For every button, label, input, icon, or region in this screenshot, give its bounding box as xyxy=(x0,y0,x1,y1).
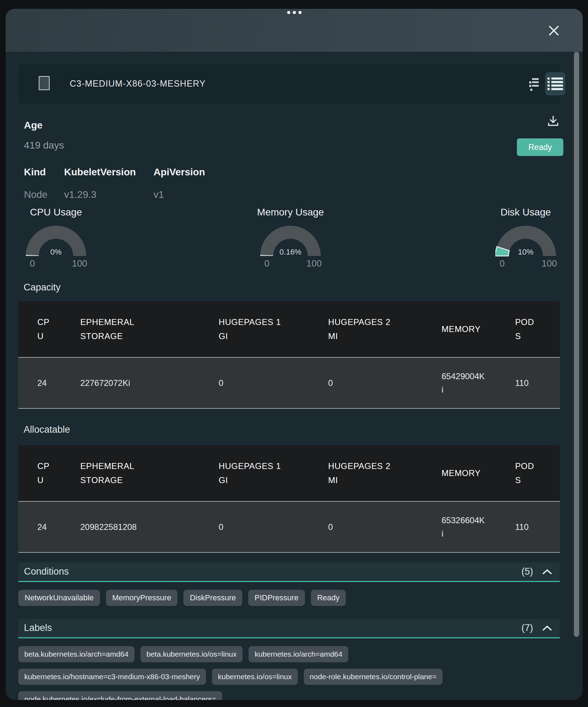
conditions-count: (5) xyxy=(521,566,533,577)
cell-memory: 65326604Ki xyxy=(442,514,486,540)
gauge-max-label: 100 xyxy=(306,258,321,269)
conditions-chip-list: NetworkUnavailable MemoryPressure DiskPr… xyxy=(18,590,346,606)
label-chip[interactable]: kubernetes.io/os=linux xyxy=(212,669,298,685)
cell-ephemeral-storage: 209822581208 xyxy=(80,520,161,534)
col-cpu: CPU xyxy=(37,315,54,343)
node-name: C3-MEDIUM-X86-03-MESHERY xyxy=(70,79,206,89)
cell-hugepages-2mi: 0 xyxy=(328,376,391,390)
labels-title: Labels xyxy=(24,622,521,633)
labels-section-header[interactable]: Labels (7) xyxy=(18,619,560,638)
kubeletversion-value: v1.29.3 xyxy=(64,189,96,200)
col-pods: PODS xyxy=(515,459,535,487)
cpu-usage-value: 0% xyxy=(26,248,86,257)
scrollbar-thumb[interactable] xyxy=(574,52,579,637)
table-row: 24 227672072Ki 0 0 65429004Ki 110 xyxy=(18,357,560,409)
labels-chip-row: beta.kubernetes.io/arch=amd64 beta.kuber… xyxy=(18,646,348,662)
chevron-up-icon[interactable] xyxy=(542,569,552,575)
disk-usage-title: Disk Usage xyxy=(500,207,551,218)
status-badge: Ready xyxy=(517,138,563,156)
allocatable-table: CPU EPHEMERAL STORAGE HUGEPAGES 1 GI HUG… xyxy=(18,445,560,553)
conditions-title: Conditions xyxy=(24,566,521,577)
col-memory: MEMORY xyxy=(442,466,486,480)
cell-pods: 110 xyxy=(515,376,535,390)
conditions-section-header[interactable]: Conditions (5) xyxy=(18,562,560,582)
disk-usage-gauge: Disk Usage 10% 0 100 xyxy=(495,207,556,274)
gauge-max-label: 100 xyxy=(542,258,557,269)
allocatable-heading: Allocatable xyxy=(24,424,70,435)
capacity-table-header: CPU EPHEMERAL STORAGE HUGEPAGES 1 GI HUG… xyxy=(18,301,560,357)
col-memory: MEMORY xyxy=(442,322,486,336)
condition-chip[interactable]: NetworkUnavailable xyxy=(18,590,100,606)
cell-hugepages-1gi: 0 xyxy=(219,376,281,390)
condition-chip[interactable]: PIDPressure xyxy=(248,590,305,606)
cpu-usage-gauge: CPU Usage 0% 0 100 xyxy=(26,207,86,274)
label-chip[interactable]: beta.kubernetes.io/arch=amd64 xyxy=(18,646,135,662)
select-node-checkbox[interactable] xyxy=(39,76,50,90)
label-chip[interactable]: node-role.kubernetes.io/control-plane= xyxy=(304,669,443,685)
cell-ephemeral-storage: 227672072Ki xyxy=(80,376,161,390)
close-icon[interactable] xyxy=(548,24,560,37)
chevron-up-icon[interactable] xyxy=(542,625,552,631)
apiversion-label: ApiVersion xyxy=(154,167,205,178)
more-options-icon[interactable] xyxy=(287,11,301,14)
cell-hugepages-1gi: 0 xyxy=(219,520,281,534)
table-row: 24 209822581208 0 0 65326604Ki 110 xyxy=(18,501,560,553)
dialog-header xyxy=(6,9,583,52)
gauge-max-label: 100 xyxy=(72,258,87,269)
labels-count: (7) xyxy=(521,622,533,633)
label-chip[interactable]: beta.kubernetes.io/os=linux xyxy=(140,646,243,662)
condition-chip[interactable]: Ready xyxy=(311,590,346,606)
label-chip[interactable]: kubernetes.io/arch=amd64 xyxy=(249,646,348,662)
kubeletversion-label: KubeletVersion xyxy=(64,167,136,178)
cell-hugepages-2mi: 0 xyxy=(328,520,391,534)
node-details-dialog: C3-MEDIUM-X86-03-MESHERY xyxy=(6,9,583,700)
list-view-icon[interactable] xyxy=(545,72,565,95)
gauge-min-label: 0 xyxy=(30,258,35,269)
cpu-usage-title: CPU Usage xyxy=(30,207,82,218)
col-ephemeral-storage: EPHEMERAL STORAGE xyxy=(80,459,161,487)
age-value: 419 days xyxy=(24,140,64,151)
col-hugepages-2mi: HUGEPAGES 2 MI xyxy=(328,315,391,343)
gauge-min-label: 0 xyxy=(500,258,505,269)
col-pods: PODS xyxy=(515,315,535,343)
download-icon[interactable] xyxy=(546,114,560,128)
memory-usage-gauge: Memory Usage 0.16% 0 100 xyxy=(260,207,321,274)
cell-pods: 110 xyxy=(515,520,535,534)
gauge-min-label: 0 xyxy=(264,258,269,269)
kind-label: Kind xyxy=(24,167,46,178)
col-cpu: CPU xyxy=(37,459,54,487)
condition-chip[interactable]: MemoryPressure xyxy=(106,590,177,606)
condition-chip[interactable]: DiskPressure xyxy=(183,590,242,606)
col-hugepages-2mi: HUGEPAGES 2 MI xyxy=(328,459,391,487)
kind-value: Node xyxy=(24,189,48,200)
label-chip[interactable]: node.kubernetes.io/exclude-from-external… xyxy=(18,691,222,700)
cell-cpu: 24 xyxy=(37,520,54,534)
label-chip[interactable]: kubernetes.io/hostname=c3-medium-x86-03-… xyxy=(18,669,206,685)
details-view-icon[interactable] xyxy=(529,78,539,92)
memory-usage-value: 0.16% xyxy=(260,248,321,257)
cell-cpu: 24 xyxy=(37,376,54,390)
labels-chip-row: kubernetes.io/hostname=c3-medium-x86-03-… xyxy=(18,669,443,685)
cell-memory: 65429004Ki xyxy=(442,370,486,396)
col-ephemeral-storage: EPHEMERAL STORAGE xyxy=(80,315,161,343)
memory-usage-title: Memory Usage xyxy=(257,207,324,218)
disk-usage-value: 10% xyxy=(495,248,556,257)
node-title-bar: C3-MEDIUM-X86-03-MESHERY xyxy=(18,64,560,104)
age-label: Age xyxy=(24,120,43,131)
capacity-table: CPU EPHEMERAL STORAGE HUGEPAGES 1 GI HUG… xyxy=(18,301,560,409)
capacity-heading: Capacity xyxy=(24,282,61,293)
allocatable-table-header: CPU EPHEMERAL STORAGE HUGEPAGES 1 GI HUG… xyxy=(18,445,560,501)
col-hugepages-1gi: HUGEPAGES 1 GI xyxy=(219,315,281,343)
labels-chip-row: node.kubernetes.io/exclude-from-external… xyxy=(18,691,222,700)
col-hugepages-1gi: HUGEPAGES 1 GI xyxy=(219,459,281,487)
apiversion-value: v1 xyxy=(154,189,164,200)
